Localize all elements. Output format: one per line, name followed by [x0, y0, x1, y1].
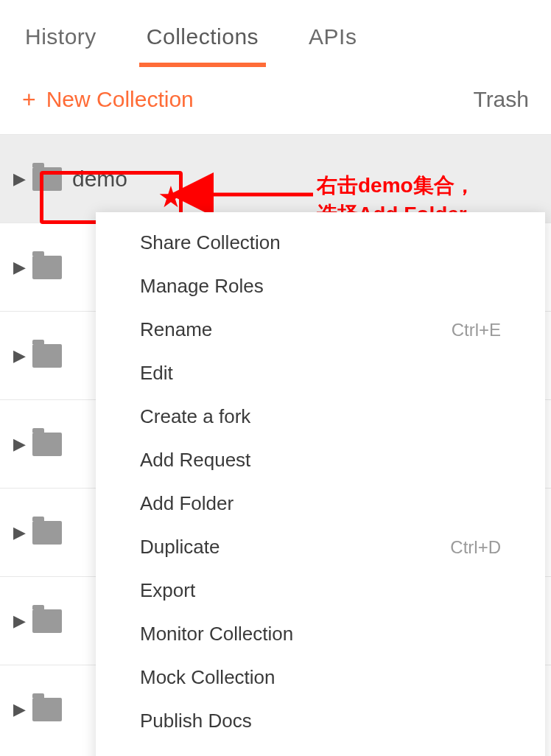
- menu-item-label: Monitor Collection: [140, 623, 293, 645]
- folder-icon: [32, 521, 62, 545]
- collections-action-row: + New Collection Trash: [0, 74, 551, 134]
- menu-publish-docs[interactable]: Publish Docs: [96, 699, 545, 743]
- menu-duplicate[interactable]: Duplicate Ctrl+D: [96, 525, 545, 569]
- menu-item-label: Export: [140, 579, 195, 602]
- caret-icon[interactable]: ▶: [10, 435, 28, 454]
- tab-collections[interactable]: Collections: [144, 17, 262, 57]
- menu-add-request[interactable]: Add Request: [96, 438, 545, 482]
- menu-add-folder[interactable]: Add Folder: [96, 482, 545, 525]
- menu-rename[interactable]: Rename Ctrl+E: [96, 308, 545, 351]
- menu-manage-roles[interactable]: Manage Roles: [96, 265, 545, 308]
- trash-link[interactable]: Trash: [473, 87, 529, 112]
- new-collection-label: New Collection: [46, 87, 194, 112]
- menu-item-label: Add Folder: [140, 492, 234, 515]
- caret-icon[interactable]: ▶: [10, 346, 28, 365]
- menu-item-label: Rename: [140, 318, 212, 341]
- menu-create-fork[interactable]: Create a fork: [96, 395, 545, 438]
- menu-monitor-collection[interactable]: Monitor Collection: [96, 612, 545, 656]
- menu-item-label: Mock Collection: [140, 666, 276, 689]
- caret-icon[interactable]: ▶: [10, 700, 28, 719]
- caret-icon[interactable]: ▶: [10, 523, 28, 542]
- menu-export[interactable]: Export: [96, 569, 545, 612]
- menu-item-label: Manage Roles: [140, 275, 264, 298]
- folder-icon: [32, 698, 62, 721]
- menu-item-label: Publish Docs: [140, 710, 252, 732]
- menu-item-label: Edit: [140, 362, 173, 385]
- menu-item-label: Remove from workspace: [140, 753, 352, 756]
- menu-mock-collection[interactable]: Mock Collection: [96, 656, 545, 699]
- menu-item-label: Share Collection: [140, 231, 281, 254]
- menu-item-label: Add Request: [140, 449, 250, 472]
- caret-icon[interactable]: ▶: [10, 258, 28, 277]
- plus-icon: +: [22, 88, 36, 111]
- new-collection-button[interactable]: + New Collection: [22, 87, 194, 112]
- folder-icon: [32, 433, 62, 456]
- folder-icon: [32, 167, 62, 191]
- menu-remove-workspace[interactable]: Remove from workspace: [96, 743, 545, 756]
- collection-context-menu: Share Collection Manage Roles Rename Ctr…: [96, 212, 545, 756]
- tab-history[interactable]: History: [22, 17, 99, 57]
- folder-icon: [32, 609, 62, 633]
- menu-edit[interactable]: Edit: [96, 351, 545, 395]
- collection-name: demo: [72, 167, 127, 192]
- folder-icon: [32, 256, 62, 279]
- sidebar-tabs: History Collections APIs: [0, 0, 551, 74]
- menu-item-label: Duplicate: [140, 536, 220, 559]
- folder-icon: [32, 344, 62, 368]
- menu-item-shortcut: Ctrl+E: [452, 320, 501, 340]
- menu-share-collection[interactable]: Share Collection: [96, 221, 545, 265]
- caret-icon[interactable]: ▶: [10, 169, 28, 189]
- tab-apis[interactable]: APIs: [306, 17, 359, 57]
- collection-row-demo[interactable]: ▶ demo: [0, 134, 551, 223]
- menu-item-label: Create a fork: [140, 405, 250, 428]
- menu-item-shortcut: Ctrl+D: [450, 537, 501, 558]
- caret-icon[interactable]: ▶: [10, 612, 28, 631]
